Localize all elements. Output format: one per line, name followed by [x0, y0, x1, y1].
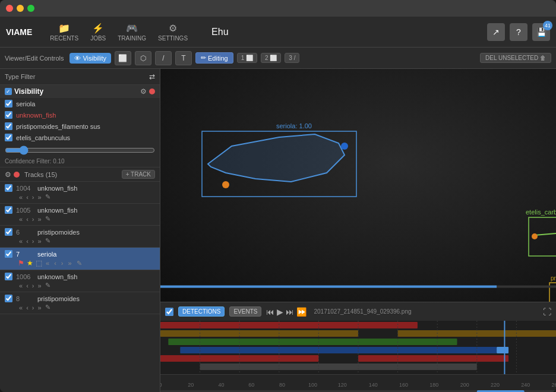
visibility-header: ✓ Visibility ⚙	[0, 85, 160, 98]
rectangle-tool-button[interactable]: ⬜	[115, 51, 131, 65]
track-7-skip-fwd[interactable]: »	[67, 260, 72, 267]
skip-forward-button[interactable]: ⏭	[286, 307, 294, 317]
track-8-checkbox[interactable]	[5, 295, 12, 302]
visibility-checkbox[interactable]: ✓	[5, 88, 12, 95]
menu-recents[interactable]: 📁 RECENTS	[50, 23, 78, 42]
track-1004-skip-fwd[interactable]: »	[36, 194, 42, 201]
track-7-next[interactable]: ›	[60, 260, 65, 267]
skip-to-start-button[interactable]: ⏮	[266, 307, 274, 317]
track-1006-skip-back[interactable]: «	[18, 282, 24, 289]
menubar: VIAME 📁 RECENTS ⚡ JOBS 🎮 TRAINING ⚙ SETT…	[0, 17, 556, 48]
visibility-button[interactable]: 👁 Visibility	[70, 53, 111, 64]
pristipomoides-checkbox[interactable]	[5, 122, 12, 130]
tl-track-6	[200, 363, 477, 370]
track-7-flag-icon[interactable]: ⚑	[18, 259, 24, 267]
save-button[interactable]: 💾 41	[532, 23, 550, 41]
confidence-slider[interactable]	[5, 146, 155, 155]
help-button[interactable]: ?	[510, 23, 527, 41]
maximize-button[interactable]	[27, 5, 34, 12]
timeline[interactable]: 0 20 40 60 80 100 120 140 160 180 200 22…	[160, 321, 556, 392]
track-1006-skip-fwd[interactable]: »	[36, 282, 42, 289]
track-1005-edit[interactable]: ✎	[44, 215, 52, 223]
track-7-edit[interactable]: ✎	[75, 260, 83, 267]
track-1006-next[interactable]: ›	[31, 282, 36, 289]
tl-track-5a	[160, 355, 318, 362]
track-7-checkbox[interactable]	[5, 250, 12, 258]
track-1004-checkbox[interactable]	[5, 184, 12, 192]
editing-button[interactable]: ✏ Editing	[195, 52, 233, 64]
track-7-prev[interactable]: ‹	[53, 260, 58, 267]
navigation-icon[interactable]: ↗	[487, 23, 505, 41]
play-button[interactable]: ▶	[277, 307, 283, 317]
track-7-name: seriola	[37, 251, 56, 258]
track-1005-skip-back[interactable]: «	[18, 216, 24, 223]
track-1004-prev[interactable]: ‹	[25, 194, 30, 201]
ruler-20: 20	[188, 382, 194, 388]
close-button[interactable]	[6, 5, 13, 12]
visibility-label: Visibility	[14, 87, 138, 96]
playback-bar: DETECTIONS EVENTS ⏮ ▶ ⏭ ⏩ 20171027_21485…	[160, 302, 556, 321]
visibility-settings-icon[interactable]: ⚙	[140, 87, 147, 96]
track-1006-prev[interactable]: ‹	[25, 282, 30, 289]
add-track-button[interactable]: + TRACK	[122, 170, 155, 179]
titlebar	[0, 0, 556, 17]
track-8-skip-fwd[interactable]: »	[36, 304, 42, 311]
unknown-fish-checkbox[interactable]	[5, 111, 12, 119]
track-8-next[interactable]: ›	[31, 304, 36, 311]
track-7-star-icon[interactable]: ★	[27, 259, 33, 267]
text-tool-button[interactable]: T	[175, 51, 192, 65]
track-6-skip-fwd[interactable]: »	[36, 238, 42, 245]
track-6-edit[interactable]: ✎	[44, 237, 52, 245]
track-1006-edit[interactable]: ✎	[44, 282, 52, 289]
video-canvas[interactable]: seriola: 1.00 etelis_carbunculus: 1.00	[160, 69, 556, 302]
track-8-prev[interactable]: ‹	[25, 304, 30, 311]
ruler-200: 200	[460, 382, 469, 388]
polygon-tool-button[interactable]: ⬡	[135, 51, 151, 65]
video-area: seriola: 1.00 etelis_carbunculus: 1.00	[160, 69, 556, 392]
track-1006-checkbox[interactable]	[5, 273, 12, 280]
events-button[interactable]: EVENTS	[229, 306, 261, 317]
track-6-prev[interactable]: ‹	[25, 238, 30, 245]
seriola-checkbox[interactable]	[5, 100, 12, 108]
tl-track-4-highlight	[497, 347, 508, 353]
track-1005-checkbox[interactable]	[5, 206, 12, 214]
track-1004-id: 1004	[16, 185, 34, 192]
confidence-label: Confidence Filter: 0.10	[5, 158, 155, 165]
del-unselected-button[interactable]: DEL UNSELECTED 🗑	[480, 53, 551, 63]
header-right: ↗ ? 💾 41	[487, 23, 550, 41]
annotation-layer: seriola: 1.00 etelis_carbunculus: 1.00	[160, 69, 556, 302]
track-6-next[interactable]: ›	[31, 238, 36, 245]
menu-jobs[interactable]: ⚡ JOBS	[90, 23, 106, 42]
detections-button[interactable]: DETECTIONS	[178, 306, 225, 317]
minimize-button[interactable]	[17, 5, 24, 12]
line-tool-button[interactable]: /	[155, 51, 172, 65]
menu-training[interactable]: 🎮 TRAINING	[118, 23, 146, 42]
track-8-skip-back[interactable]: «	[18, 304, 24, 311]
detections-checkbox[interactable]	[165, 308, 173, 316]
track-8-edit[interactable]: ✎	[44, 304, 52, 311]
frame-2-button[interactable]: 2 ⬜	[261, 53, 281, 63]
tracks-header: ⚙ Tracks (15) + TRACK	[0, 167, 160, 182]
frame-1-button[interactable]: 1 ⬜	[237, 53, 257, 63]
track-6-skip-back[interactable]: «	[18, 238, 24, 245]
track-1005-skip-fwd[interactable]: »	[36, 216, 42, 223]
ruler-100: 100	[308, 382, 317, 388]
track-1005-next[interactable]: ›	[31, 216, 36, 223]
fast-forward-button[interactable]: ⏩	[296, 307, 307, 317]
menu-settings[interactable]: ⚙ SETTINGS	[158, 23, 188, 42]
tracks-red-dot	[14, 172, 20, 178]
fullscreen-button[interactable]: ⛶	[543, 307, 551, 317]
etelis-checkbox[interactable]	[5, 134, 12, 141]
track-7-box-icon[interactable]: ⬚	[36, 259, 42, 267]
track-1004-skip-back[interactable]: «	[18, 194, 24, 201]
track-6-checkbox[interactable]	[5, 228, 12, 236]
track-1004-edit[interactable]: ✎	[44, 193, 52, 201]
tracks-settings-icon[interactable]: ⚙	[5, 170, 11, 179]
frame-3-button[interactable]: 3 /	[285, 53, 299, 63]
track-1005-prev[interactable]: ‹	[25, 216, 30, 223]
track-1004-next[interactable]: ›	[31, 194, 36, 201]
track-7-skip-back[interactable]: «	[45, 260, 50, 267]
pristipomoides-label: pristipomoides_filamentosu	[551, 275, 556, 282]
filter-unknown-fish: unknown_fish	[0, 109, 160, 121]
ruler-180: 180	[429, 382, 438, 388]
